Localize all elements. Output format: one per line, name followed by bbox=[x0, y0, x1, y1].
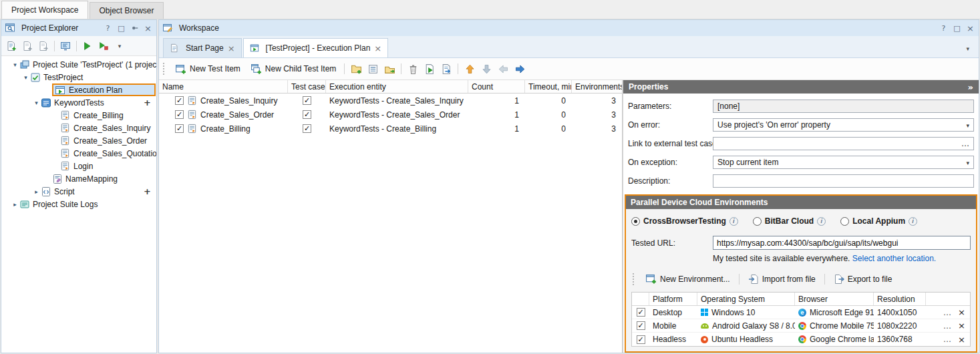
delete-row-icon[interactable] bbox=[958, 307, 965, 317]
environment-checkbox[interactable] bbox=[637, 335, 645, 344]
row-options-button[interactable] bbox=[943, 335, 951, 344]
chevron-down-icon[interactable] bbox=[966, 158, 969, 167]
move-to-group-icon[interactable] bbox=[382, 61, 397, 76]
description-field[interactable] bbox=[713, 174, 974, 188]
enabled-checkbox[interactable] bbox=[175, 96, 184, 105]
move-left-icon[interactable] bbox=[496, 61, 510, 76]
chevron-right-icon[interactable] bbox=[32, 188, 41, 195]
info-icon[interactable] bbox=[817, 217, 826, 226]
test-case-checkbox[interactable] bbox=[303, 124, 311, 133]
tested-url-input[interactable] bbox=[713, 236, 971, 250]
column-header-platform[interactable]: Platform bbox=[649, 293, 697, 305]
help-icon[interactable] bbox=[103, 23, 113, 33]
tree-item-project-suite[interactable]: Project Suite 'TestProject' (1 project) bbox=[1, 58, 156, 71]
table-row[interactable]: Create_Billing KeywordTests - Create_Bil… bbox=[159, 122, 622, 136]
column-header-execution-entity[interactable]: Execution entity bbox=[326, 80, 468, 93]
environment-checkbox[interactable] bbox=[637, 308, 645, 317]
tree-item-namemapping[interactable]: NameMapping bbox=[1, 172, 156, 185]
column-header-os[interactable]: Operating System bbox=[697, 293, 795, 305]
chevron-down-icon[interactable] bbox=[11, 61, 19, 68]
run-test-icon[interactable] bbox=[80, 39, 95, 53]
tab-start-page[interactable]: Start Page bbox=[163, 38, 242, 57]
export-to-file-button[interactable]: Export to file bbox=[830, 272, 896, 287]
run-selected-icon[interactable] bbox=[422, 61, 437, 76]
column-header-test-case[interactable]: Test case bbox=[288, 80, 326, 93]
test-case-checkbox[interactable] bbox=[303, 110, 311, 119]
run-project-suite-icon[interactable] bbox=[96, 39, 111, 53]
new-child-test-item-button[interactable]: New Child Test Item bbox=[247, 61, 340, 77]
help-icon[interactable] bbox=[939, 23, 949, 33]
column-header-browser[interactable]: Browser bbox=[795, 293, 874, 305]
radio-bitbar-cloud[interactable]: BitBar Cloud bbox=[753, 216, 826, 226]
environment-row[interactable]: Headless Ubuntu Headless Google Chrome l… bbox=[632, 333, 970, 346]
on-error-dropdown[interactable]: Use project's 'On error' property bbox=[713, 118, 974, 132]
column-header-name[interactable]: Name bbox=[159, 80, 288, 93]
info-icon[interactable] bbox=[909, 217, 917, 226]
select-location-link[interactable]: Select another location. bbox=[852, 254, 936, 263]
link-external-field[interactable] bbox=[713, 137, 974, 150]
tree-item-create-sales-order[interactable]: Create_Sales_Order bbox=[1, 134, 156, 147]
parameters-field[interactable]: [none] bbox=[713, 100, 974, 113]
tab-project-workspace[interactable]: Project Workspace bbox=[1, 1, 88, 19]
enabled-checkbox[interactable] bbox=[175, 110, 184, 119]
toolbar-grip[interactable] bbox=[633, 273, 636, 285]
pin-icon[interactable] bbox=[130, 23, 140, 33]
close-tab-icon[interactable] bbox=[228, 43, 235, 53]
new-environment-button[interactable]: New Environment... bbox=[641, 271, 734, 287]
test-case-checkbox[interactable] bbox=[303, 96, 311, 105]
environment-row[interactable]: Mobile Android Galaxy S8 / 8.0 Chrome Mo… bbox=[632, 319, 970, 333]
row-options-button[interactable] bbox=[943, 321, 951, 331]
tree-item-keywordtests[interactable]: KeywordTests bbox=[1, 96, 156, 109]
environment-checkbox[interactable] bbox=[637, 321, 645, 330]
table-row[interactable]: Create_Sales_Inquiry KeywordTests - Crea… bbox=[159, 94, 622, 108]
add-keyword-test-icon[interactable] bbox=[144, 98, 151, 108]
object-browser-icon[interactable] bbox=[58, 39, 73, 53]
tree-item-script[interactable]: Script bbox=[1, 185, 156, 198]
chevron-down-icon[interactable] bbox=[112, 39, 127, 53]
tree-item-testproject[interactable]: TestProject bbox=[1, 71, 156, 83]
tab-execution-plan[interactable]: [TestProject] - Execution Plan bbox=[243, 38, 389, 57]
close-icon[interactable] bbox=[965, 23, 975, 33]
move-down-icon[interactable] bbox=[479, 61, 494, 76]
move-up-icon[interactable] bbox=[462, 61, 477, 76]
radio-local-appium[interactable]: Local Appium bbox=[840, 216, 917, 226]
radio-crossbrowsertesting[interactable]: CrossBrowserTesting bbox=[631, 216, 738, 226]
chevron-down-icon[interactable] bbox=[21, 74, 30, 81]
add-script-icon[interactable] bbox=[144, 186, 151, 196]
chevron-down-icon[interactable] bbox=[32, 100, 41, 106]
tab-object-browser[interactable]: Object Browser bbox=[90, 2, 163, 19]
toolbar-grip[interactable] bbox=[163, 63, 166, 75]
environment-row[interactable]: Desktop Windows 10 Microsoft Edge 91 140… bbox=[632, 306, 970, 319]
selected-tree-item[interactable]: Execution Plan bbox=[52, 83, 156, 96]
enabled-checkbox[interactable] bbox=[175, 124, 184, 133]
new-group-icon[interactable] bbox=[349, 61, 363, 76]
add-new-item-icon[interactable] bbox=[4, 39, 19, 53]
delete-row-icon[interactable] bbox=[958, 335, 965, 345]
info-icon[interactable] bbox=[729, 217, 738, 226]
chevron-right-icon[interactable] bbox=[11, 201, 19, 208]
column-header-count[interactable]: Count bbox=[468, 80, 525, 93]
tree-item-execution-plan[interactable]: Execution Plan bbox=[1, 83, 156, 96]
import-from-file-button[interactable]: Import from file bbox=[744, 272, 820, 287]
table-row[interactable]: Create_Sales_Order KeywordTests - Create… bbox=[159, 108, 622, 122]
tab-list-chevron-icon[interactable] bbox=[966, 43, 975, 53]
float-window-icon[interactable] bbox=[952, 23, 962, 33]
delete-row-icon[interactable] bbox=[958, 321, 965, 331]
column-header-timeout[interactable]: Timeout, min bbox=[525, 80, 572, 93]
new-test-item-button[interactable]: New Test Item bbox=[171, 61, 244, 77]
tree-item-create-sales-quotation[interactable]: Create_Sales_Quotation bbox=[1, 147, 156, 160]
generate-report-icon[interactable] bbox=[439, 61, 454, 76]
add-existing-item-icon[interactable] bbox=[20, 39, 35, 53]
close-tab-icon[interactable] bbox=[374, 43, 381, 53]
tree-item-login[interactable]: Login bbox=[1, 160, 156, 172]
tree-item-project-suite-logs[interactable]: Project Suite Logs bbox=[1, 198, 156, 210]
collapse-panel-icon[interactable] bbox=[968, 82, 973, 92]
column-header-resolution[interactable]: Resolution bbox=[874, 293, 926, 305]
browse-button[interactable] bbox=[961, 139, 969, 148]
on-exception-dropdown[interactable]: Stop current item bbox=[713, 156, 974, 169]
tree-item-create-billing[interactable]: Create_Billing bbox=[1, 109, 156, 122]
column-header-environments[interactable]: Environments bbox=[572, 80, 622, 93]
export-item-icon[interactable] bbox=[36, 39, 51, 53]
tree-item-create-sales-inquiry[interactable]: Create_Sales_Inquiry bbox=[1, 122, 156, 134]
float-window-icon[interactable] bbox=[116, 23, 126, 33]
